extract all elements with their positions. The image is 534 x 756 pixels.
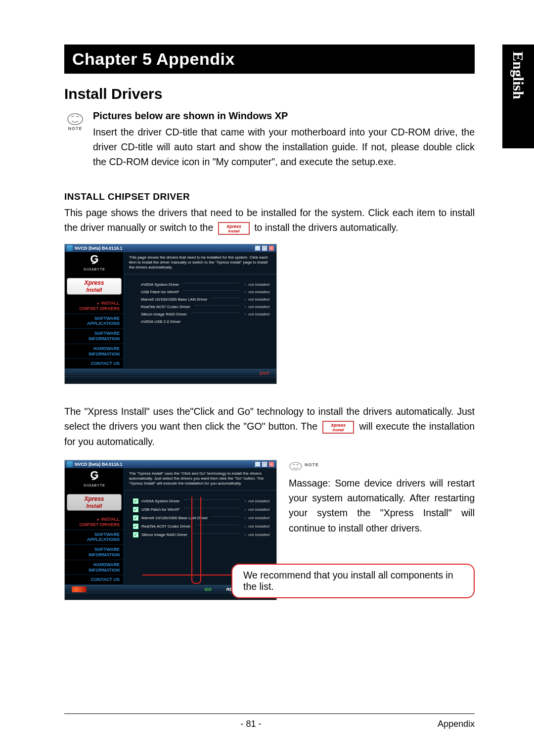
- nav-hardware-information[interactable]: HARDWARE INFORMATION: [65, 344, 124, 359]
- xpress-paragraph: The "Xpress Install" uses the"Click and …: [64, 404, 475, 449]
- driver-row[interactable]: ✓RealTek AC97 Codec Drivernot installed: [133, 524, 269, 529]
- app-title: NVCD (beta) B4.0116.1: [75, 462, 123, 467]
- note-label: NOTE: [68, 126, 82, 131]
- close-button[interactable]: ×: [268, 245, 274, 251]
- go-button[interactable]: GO: [204, 587, 211, 592]
- driver-list: nVIDIA System Drivernot installed USB Pa…: [124, 274, 276, 331]
- app-window-1: NVCD (beta) B4.0116.1 _ □ × G GIGABYTE X…: [64, 244, 277, 384]
- driver-row[interactable]: nVIDIA System Drivernot installed: [141, 282, 269, 287]
- driver-row[interactable]: ✓USB Patch for WinXPnot installed: [133, 507, 269, 512]
- right-note-paragraph: Massage: Some device drivers will restar…: [289, 476, 475, 535]
- minimize-button[interactable]: _: [255, 461, 261, 467]
- app-sidebar: G GIGABYTE Xpress Install INSTALL CHIPSE…: [65, 252, 124, 369]
- checkbox[interactable]: ✓: [133, 532, 138, 537]
- nav-hardware-information[interactable]: HARDWARE INFORMATION: [65, 560, 124, 576]
- page-content: Chapter 5 Appendix Install Drivers NOTE …: [0, 0, 534, 620]
- minimize-button[interactable]: _: [255, 245, 261, 251]
- note-icon: NOTE: [289, 460, 475, 471]
- chipset-paragraph: This page shows the drivers that need to…: [64, 205, 475, 235]
- note-label: NOTE: [305, 462, 319, 469]
- nav-install-chipset[interactable]: INSTALL CHIPSET DRIVERS: [65, 299, 124, 314]
- panel-description: This page shows the drivers that need to…: [124, 252, 276, 274]
- footer-section-name: Appendix: [438, 719, 475, 729]
- svg-text:GIGABYTE: GIGABYTE: [84, 267, 105, 271]
- svg-text:Xpress: Xpress: [226, 224, 241, 229]
- nav-software-applications[interactable]: SOFTWARE APPLICATIONS: [65, 314, 124, 329]
- maximize-button[interactable]: □: [262, 245, 267, 251]
- xpress-install-badge: Xpress Install: [218, 222, 250, 235]
- checkbox[interactable]: ✓: [133, 498, 138, 504]
- titlebar: NVCD (beta) B4.0116.1 _ □ ×: [65, 244, 276, 252]
- intro-paragraph: Insert the driver CD-title that came wit…: [93, 125, 475, 170]
- svg-point-0: [68, 114, 83, 125]
- driver-row[interactable]: nVIDIA USB 2.0 Driver: [141, 319, 269, 324]
- callout-connector: [142, 575, 231, 576]
- svg-text:Install: Install: [228, 229, 240, 233]
- svg-text:GIGABYTE: GIGABYTE: [84, 484, 105, 487]
- maximize-button[interactable]: □: [262, 461, 267, 467]
- checkbox[interactable]: ✓: [133, 515, 138, 521]
- nav-contact-us[interactable]: CONTACT US: [65, 359, 124, 369]
- note-block: NOTE Pictures below are shown in Windows…: [64, 110, 475, 170]
- animation-icon: [72, 586, 87, 592]
- section-heading: Install Drivers: [64, 86, 475, 102]
- xpress-install-button[interactable]: Xpress Install: [67, 494, 122, 511]
- nav-contact-us[interactable]: CONTACT US: [65, 575, 124, 585]
- nav-software-information[interactable]: SOFTWARE INFORMATION: [65, 329, 124, 344]
- svg-text:Install: Install: [333, 428, 345, 432]
- page-number: - 81 -: [240, 719, 261, 729]
- app-title: NVCD (beta) B4.0116.1: [75, 246, 123, 251]
- brand-logo: G GIGABYTE: [65, 252, 124, 277]
- svg-text:Xpress: Xpress: [330, 423, 346, 428]
- chapter-heading: Chapter 5 Appendix: [64, 44, 475, 74]
- callout-box: We recommend that you install all compon…: [231, 564, 475, 598]
- app-bottom-bar: EXIT: [65, 369, 276, 377]
- page-footer: - 81 - Appendix: [64, 713, 475, 729]
- app-sidebar: G GIGABYTE Xpress Install INSTALL CHIPSE…: [65, 468, 124, 585]
- close-button[interactable]: ×: [268, 461, 274, 467]
- driver-row[interactable]: Silicon Image RAID Drivernot installed: [141, 312, 269, 316]
- exit-button[interactable]: EXIT: [260, 371, 269, 376]
- app-icon: [67, 245, 73, 251]
- nav-software-applications[interactable]: SOFTWARE APPLICATIONS: [65, 530, 124, 545]
- driver-list: ✓nVIDIA System Drivernot installed ✓USB …: [124, 490, 276, 544]
- checkbox[interactable]: ✓: [133, 507, 138, 512]
- chipset-text-b: to install the drivers automatically.: [254, 222, 398, 233]
- right-note-column: NOTE Massage: Some device drivers will r…: [289, 460, 475, 535]
- driver-row[interactable]: RealTek AC97 Codec Drivernot installed: [141, 305, 269, 309]
- driver-row[interactable]: ✓Silicon Image RAID Drivernot installed: [133, 532, 269, 537]
- install-chipset-heading: INSTALL CHIPSET DRIVER: [64, 191, 475, 202]
- app-icon: [67, 461, 73, 467]
- subsection-heading: Pictures below are shown in Windows XP: [93, 110, 475, 122]
- driver-row[interactable]: Marvell 10/100/1000 Base LAN Drivernot i…: [141, 297, 269, 302]
- nav-software-information[interactable]: SOFTWARE INFORMATION: [65, 545, 124, 560]
- checkbox[interactable]: ✓: [133, 524, 138, 529]
- note-icon: NOTE: [64, 110, 86, 131]
- app-main-panel: This page shows the drivers that need to…: [124, 252, 276, 369]
- driver-row[interactable]: USB Patch for WinXPnot installed: [141, 290, 269, 294]
- xpress-install-badge: Xpress Install: [322, 421, 354, 434]
- driver-row[interactable]: ✓Marvell 10/100/1000 Base LAN Drivernot …: [133, 515, 269, 521]
- brand-logo: G GIGABYTE: [65, 468, 124, 493]
- xpress-install-button[interactable]: Xpress Install: [67, 278, 122, 295]
- driver-row[interactable]: ✓nVIDIA System Drivernot installed: [133, 498, 269, 504]
- svg-point-11: [290, 462, 302, 470]
- panel-description: The "Xpress Install" uses the "Click and…: [124, 468, 276, 490]
- nav-install-chipset[interactable]: INSTALL CHIPSET DRIVERS: [65, 515, 124, 530]
- titlebar: NVCD (beta) B4.0116.1 _ □ ×: [65, 460, 276, 468]
